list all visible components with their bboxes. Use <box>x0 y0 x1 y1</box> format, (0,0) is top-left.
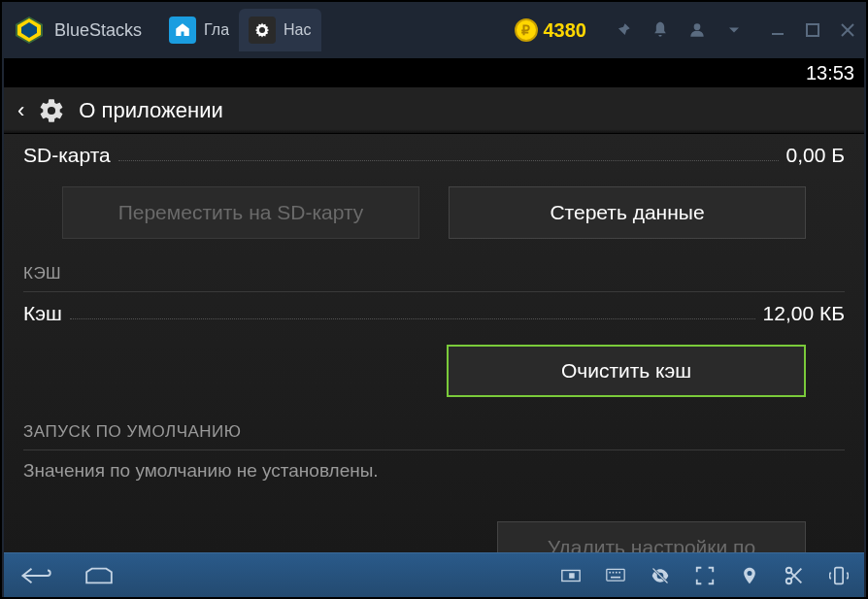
cache-section-header: КЭШ <box>4 252 864 291</box>
svg-rect-14 <box>611 576 620 578</box>
svg-rect-11 <box>613 571 615 573</box>
back-icon[interactable]: ‹ <box>17 98 24 123</box>
back-nav-icon[interactable] <box>17 561 56 590</box>
sd-card-value: 0,00 Б <box>786 144 846 167</box>
location-icon[interactable] <box>738 564 761 587</box>
svg-rect-12 <box>616 571 618 573</box>
cache-label: Кэш <box>23 302 62 325</box>
svg-rect-8 <box>569 573 575 579</box>
bluestacks-logo-icon <box>12 13 47 48</box>
tab-home-label: Гла <box>204 21 229 39</box>
scissors-icon[interactable] <box>783 564 806 587</box>
gear-icon <box>38 97 65 124</box>
keyboard-icon[interactable] <box>604 564 627 587</box>
clear-cache-button[interactable]: Очистить кэш <box>447 345 806 397</box>
minimize-button[interactable] <box>769 21 786 39</box>
rotate-icon[interactable] <box>827 564 851 587</box>
user-icon[interactable] <box>687 20 707 40</box>
status-bar: 13:53 <box>4 58 864 87</box>
svg-point-1 <box>259 27 265 33</box>
tab-settings[interactable]: Нас <box>239 9 320 51</box>
titlebar: BlueStacks Гла Нас ₽ 4380 <box>2 2 866 58</box>
pin-icon[interactable] <box>614 20 633 40</box>
move-to-sd-button: Переместить на SD-карту <box>62 186 419 239</box>
tab-settings-label: Нас <box>284 21 311 39</box>
content: SD-карта 0,00 Б Переместить на SD-карту … <box>4 134 864 552</box>
visibility-off-icon[interactable] <box>649 564 672 587</box>
svg-point-2 <box>694 23 701 30</box>
coin-icon: ₽ <box>515 18 538 42</box>
sd-card-label: SD-карта <box>23 144 111 167</box>
cache-value: 12,00 КБ <box>763 302 845 325</box>
app-name: BlueStacks <box>54 20 142 41</box>
bell-icon[interactable] <box>651 20 670 40</box>
tabs: Гла Нас <box>159 2 320 58</box>
svg-rect-9 <box>607 569 624 581</box>
gear-icon <box>249 17 276 44</box>
svg-rect-21 <box>835 567 843 583</box>
svg-rect-13 <box>618 571 620 573</box>
android-navbar <box>4 552 864 597</box>
maximize-button[interactable] <box>804 21 821 39</box>
svg-rect-10 <box>609 571 611 573</box>
page-title: О приложении <box>79 98 222 123</box>
input-method-icon[interactable] <box>559 564 583 587</box>
android-screen: 13:53 ‹ О приложении SD-карта 0,00 Б Пер… <box>4 58 864 597</box>
svg-rect-4 <box>807 24 818 36</box>
cache-row: Кэш 12,00 КБ <box>4 292 864 335</box>
coin-value: 4380 <box>544 19 587 42</box>
app-header: ‹ О приложении <box>4 87 864 134</box>
status-time: 13:53 <box>806 62 854 84</box>
launch-section-header: ЗАПУСК ПО УМОЛЧАНИЮ <box>4 411 864 449</box>
clear-data-button[interactable]: Стереть данные <box>449 186 806 239</box>
home-icon <box>169 17 196 44</box>
home-nav-icon[interactable] <box>80 561 118 590</box>
clear-defaults-button[interactable]: Удалить настройки по <box>497 521 806 552</box>
chevron-down-icon[interactable] <box>724 20 744 40</box>
tab-home[interactable]: Гла <box>159 9 239 51</box>
coins-display[interactable]: ₽ 4380 <box>515 18 587 42</box>
sd-card-row: SD-карта 0,00 Б <box>4 134 864 177</box>
launch-defaults-text: Значения по умолчанию не установлены. <box>4 450 864 491</box>
fullscreen-icon[interactable] <box>693 564 717 587</box>
close-button[interactable] <box>839 21 856 39</box>
